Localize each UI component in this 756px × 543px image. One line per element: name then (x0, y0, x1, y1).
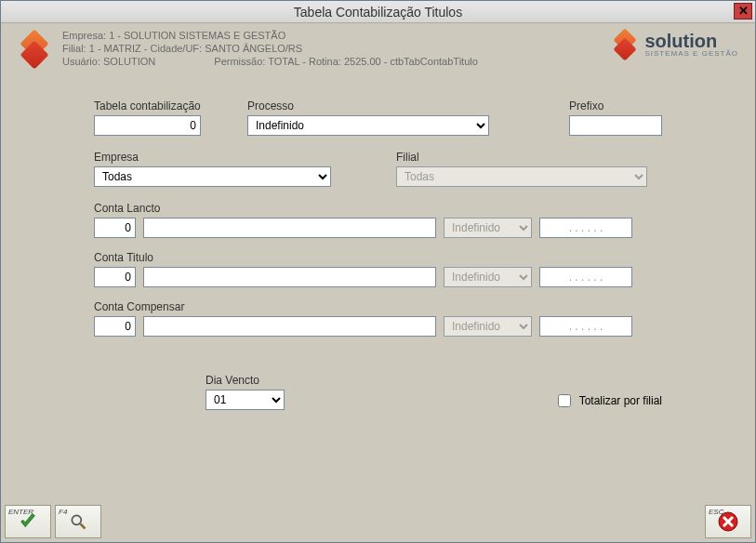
window-close-button[interactable]: ✕ (734, 3, 752, 20)
header-usuario: Usuário: SOLUTION (62, 56, 155, 67)
brand-logo: solution SISTEMAS E GESTÃO (611, 31, 738, 59)
svg-line-1 (81, 524, 86, 529)
dia-vencto-select[interactable]: 01 (206, 390, 285, 410)
titlebar: Tabela Contabilização Titulos ✕ (1, 1, 755, 23)
header-filial: Filial: 1 - MATRIZ - Cidade/UF: SANTO ÂN… (62, 42, 611, 55)
prefixo-input[interactable] (569, 115, 662, 136)
header-empresa: Empresa: 1 - SOLUTION SISTEMAS E GESTÃO (62, 29, 611, 42)
f4-key-label: F4 (59, 508, 67, 516)
svg-point-0 (72, 515, 81, 524)
search-button[interactable]: F4 (55, 505, 101, 538)
app-window: Tabela Contabilização Titulos ✕ Empresa:… (0, 0, 756, 543)
totalizar-filial-checkbox[interactable] (558, 394, 571, 407)
empresa-select[interactable]: Todas (94, 166, 331, 187)
conta-titulo-desc[interactable] (143, 267, 436, 287)
enter-button[interactable]: ENTER (5, 505, 51, 538)
conta-titulo-mask (539, 267, 632, 287)
conta-lancto-mask (539, 218, 632, 238)
magnifier-icon (69, 512, 87, 531)
processo-select[interactable]: Indefinido (247, 115, 489, 136)
tabela-input[interactable] (94, 115, 201, 136)
app-logo-icon (18, 33, 51, 66)
cancel-button[interactable]: ESC (705, 505, 751, 538)
conta-titulo-code[interactable] (94, 267, 136, 287)
conta-compensar-desc[interactable] (143, 316, 436, 337)
empresa-label: Empresa (94, 151, 331, 164)
conta-lancto-tipo[interactable]: Indefinido (444, 218, 532, 238)
filial-select[interactable]: Todas (396, 166, 647, 187)
conta-compensar-label: Conta Compensar (94, 300, 662, 313)
conta-titulo-label: Conta Titulo (94, 251, 662, 264)
footer-bar: ENTER F4 ESC (5, 505, 751, 538)
header-bar: Empresa: 1 - SOLUTION SISTEMAS E GESTÃO … (1, 23, 755, 72)
filial-label: Filial (396, 151, 647, 164)
dia-vencto-label: Dia Vencto (206, 374, 285, 387)
brand-subtitle: SISTEMAS E GESTÃO (644, 49, 738, 58)
header-info: Empresa: 1 - SOLUTION SISTEMAS E GESTÃO … (62, 29, 611, 68)
header-permissao: Permissão: TOTAL - Rotina: 2525.00 - ctb… (214, 56, 478, 67)
tabela-label: Tabela contabilização (94, 99, 201, 113)
conta-compensar-code[interactable] (94, 316, 136, 337)
enter-key-label: ENTER (8, 508, 33, 516)
esc-key-label: ESC (709, 508, 723, 516)
conta-lancto-code[interactable] (94, 218, 136, 238)
brand-name: solution (644, 33, 738, 49)
brand-logo-icon (611, 31, 639, 59)
conta-titulo-tipo[interactable]: Indefinido (444, 267, 532, 287)
form-area: Tabela contabilização Processo Indefinid… (1, 72, 755, 419)
totalizar-filial-label: Totalizar por filial (579, 394, 662, 407)
conta-lancto-label: Conta Lancto (94, 202, 662, 215)
prefixo-label: Prefixo (569, 99, 662, 113)
conta-compensar-tipo[interactable]: Indefinido (444, 316, 532, 337)
window-title: Tabela Contabilização Titulos (294, 5, 462, 20)
processo-label: Processo (247, 99, 489, 113)
conta-compensar-mask (539, 316, 632, 337)
conta-lancto-desc[interactable] (143, 218, 436, 238)
